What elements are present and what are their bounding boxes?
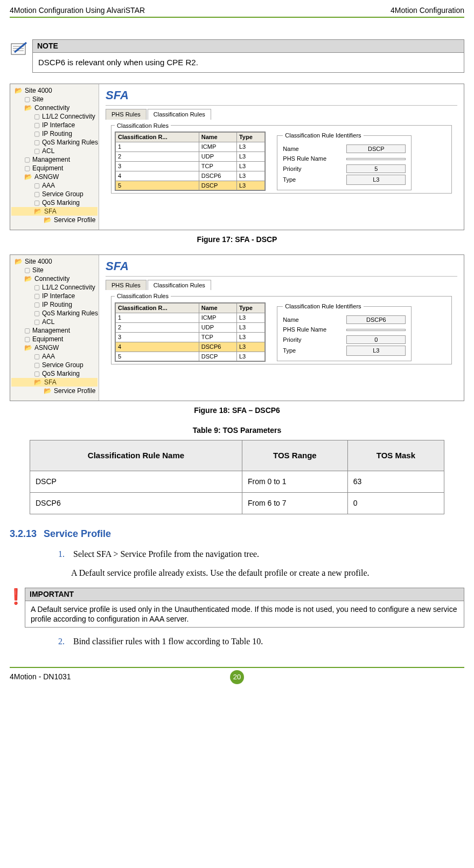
group-legend: Classification Rules — [115, 122, 171, 130]
tree-sfa[interactable]: SFA — [44, 378, 57, 387]
table-row[interactable]: 2UDPL3 — [116, 152, 265, 162]
ident-name-label: Name — [283, 145, 298, 153]
table-row-selected[interactable]: 5DSCPL3 — [116, 181, 265, 190]
note-block: NOTE DSCP6 is relevant only when using C… — [10, 39, 464, 73]
document-icon: ▢ — [24, 155, 30, 164]
ident-type-select[interactable]: L3 — [346, 175, 406, 185]
navigation-tree[interactable]: 📂Site 4000 ▢Site 📂Connectivity ▢L1/L2 Co… — [10, 84, 99, 230]
tree-service-group[interactable]: Service Group — [42, 361, 83, 369]
document-icon: ▢ — [34, 309, 40, 318]
tree-equipment[interactable]: Equipment — [32, 335, 63, 343]
tree-connectivity[interactable]: Connectivity — [34, 274, 69, 283]
step-number: 1. — [58, 548, 71, 561]
step-number: 2. — [58, 635, 71, 649]
col-type: Type — [236, 304, 264, 313]
ident-phs-select[interactable] — [346, 329, 406, 331]
tree-service-profile[interactable]: Service Profile — [54, 387, 95, 395]
ident-type-select[interactable]: L3 — [346, 346, 406, 356]
tree-connectivity[interactable]: Connectivity — [34, 104, 69, 112]
ident-phs-select[interactable] — [346, 158, 406, 160]
col-name: Name — [199, 133, 236, 142]
page-footer: 4Motion - DN1031 20 4Motion - DN1031 — [10, 667, 464, 684]
tree-qos-rules[interactable]: QoS Marking Rules — [42, 309, 98, 318]
tree-ip-interface[interactable]: IP Interface — [42, 121, 75, 129]
tree-asngw[interactable]: ASNGW — [34, 173, 59, 181]
table-row[interactable]: 3TCPL3 — [116, 161, 265, 171]
important-title: IMPORTANT — [25, 588, 464, 601]
tree-ip-interface[interactable]: IP Interface — [42, 292, 75, 300]
document-icon: ▢ — [34, 129, 40, 138]
tree-qos-marking[interactable]: QoS Marking — [42, 198, 80, 207]
table-row-selected[interactable]: 4DSCP6L3 — [116, 342, 265, 352]
tree-acl[interactable]: ACL — [42, 318, 54, 326]
tab-classification-rules[interactable]: Classification Rules — [148, 109, 211, 120]
tree-site-item[interactable]: Site — [32, 95, 44, 104]
table-9-caption: Table 9: TOS Parameters — [10, 425, 464, 436]
navigation-tree[interactable]: 📂Site 4000 ▢Site 📂Connectivity ▢L1/L2 Co… — [10, 255, 99, 401]
document-icon: ▢ — [24, 266, 30, 274]
tos-parameters-table: Classification Rule Name TOS Range TOS M… — [30, 440, 444, 514]
important-icon: ❗ — [10, 588, 22, 606]
folder-icon: 📂 — [24, 343, 32, 352]
tree-service-group[interactable]: Service Group — [42, 190, 83, 198]
table-row[interactable]: 5DSCPL3 — [116, 352, 265, 361]
table-row[interactable]: 3TCPL3 — [116, 332, 265, 342]
steps-list-cont: 2. Bind classifier rules with 1 flow acc… — [58, 635, 459, 649]
ident-name-label: Name — [283, 316, 298, 324]
ident-legend: Classification Rule Identifiers — [283, 132, 363, 140]
ident-priority-label: Priority — [283, 336, 301, 344]
tree-ip-routing[interactable]: IP Routing — [42, 300, 72, 309]
col-rule: Classification R... — [116, 304, 199, 313]
folder-icon: 📂 — [34, 207, 42, 216]
tree-l1l2[interactable]: L1/L2 Connectivity — [42, 283, 95, 292]
tree-qos-marking[interactable]: QoS Marking — [42, 369, 80, 378]
tree-management[interactable]: Management — [32, 155, 70, 164]
classification-table[interactable]: Classification R... Name Type 1ICMPL3 2U… — [115, 302, 266, 362]
ident-type-label: Type — [283, 176, 296, 184]
ident-legend: Classification Rule Identifiers — [283, 302, 363, 311]
ident-name-field[interactable] — [346, 144, 406, 153]
steps-list: 1. Select SFA > Service Profile from the… — [58, 548, 459, 580]
step-1: 1. Select SFA > Service Profile from the… — [58, 548, 459, 580]
ident-phs-label: PHS Rule Name — [283, 155, 326, 163]
classification-rules-group: Classification Rules Classification R...… — [111, 292, 452, 364]
note-icon — [10, 39, 29, 58]
tree-asngw[interactable]: ASNGW — [34, 343, 59, 352]
important-block: ❗ IMPORTANT A Default service profile is… — [10, 588, 464, 628]
tree-acl[interactable]: ACL — [42, 147, 54, 155]
document-icon: ▢ — [34, 292, 40, 300]
tree-site[interactable]: Site 4000 — [25, 86, 52, 95]
table-row[interactable]: 1ICMPL3 — [116, 313, 265, 323]
ident-priority-field[interactable] — [346, 164, 406, 173]
tree-ip-routing[interactable]: IP Routing — [42, 129, 72, 138]
document-icon: ▢ — [34, 283, 40, 292]
tab-classification-rules[interactable]: Classification Rules — [148, 280, 211, 291]
ident-name-field[interactable] — [346, 315, 406, 324]
tree-site-item[interactable]: Site — [32, 266, 44, 274]
figure-18-caption: Figure 18: SFA – DSCP6 — [10, 405, 464, 416]
tree-site[interactable]: Site 4000 — [25, 257, 52, 266]
table-row[interactable]: 4DSCP6L3 — [116, 171, 265, 181]
tree-management[interactable]: Management — [32, 326, 70, 335]
folder-icon: 📂 — [34, 378, 42, 387]
classification-table[interactable]: Classification R... Name Type 1ICMPL3 2U… — [115, 132, 266, 191]
folder-icon: 📂 — [24, 173, 32, 181]
document-icon: ▢ — [34, 147, 40, 155]
tree-service-profile[interactable]: Service Profile — [54, 216, 95, 224]
tab-phs-rules[interactable]: PHS Rules — [106, 280, 147, 291]
tab-phs-rules[interactable]: PHS Rules — [106, 109, 147, 120]
tree-aaa[interactable]: AAA — [42, 352, 55, 361]
tree-equipment[interactable]: Equipment — [32, 164, 63, 173]
document-icon: ▢ — [34, 138, 40, 147]
tree-aaa[interactable]: AAA — [42, 181, 55, 190]
folder-icon: 📂 — [15, 86, 23, 95]
footer-left: 4Motion - DN1031 — [10, 672, 71, 682]
ident-priority-field[interactable] — [346, 335, 406, 344]
folder-icon: 📂 — [15, 257, 23, 266]
table-row[interactable]: 2UDPL3 — [116, 322, 265, 332]
tree-qos-rules[interactable]: QoS Marking Rules — [42, 138, 98, 147]
tree-l1l2[interactable]: L1/L2 Connectivity — [42, 112, 95, 121]
page-number: 20 — [230, 670, 244, 684]
table-row[interactable]: 1ICMPL3 — [116, 142, 265, 152]
tree-sfa[interactable]: SFA — [44, 207, 57, 216]
